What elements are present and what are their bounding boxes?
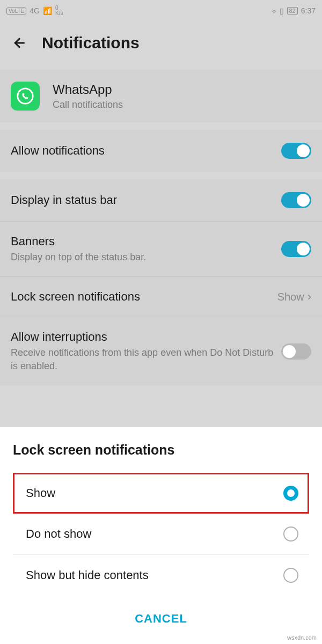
radio-icon[interactable] — [283, 568, 298, 583]
toggle-interruptions[interactable] — [281, 343, 311, 360]
clock: 6:37 — [301, 6, 316, 15]
watermark: wsxdn.com — [287, 634, 317, 641]
app-header-row: WhatsApp Call notifications — [0, 70, 322, 122]
setting-sublabel: Receive notifications from this app even… — [11, 346, 281, 372]
setting-interruptions[interactable]: Allow interruptions Receive notification… — [0, 317, 322, 385]
page-title: Notifications — [42, 34, 140, 52]
phone-icon — [16, 87, 34, 105]
setting-display-statusbar[interactable]: Display in status bar — [0, 179, 322, 222]
network-indicator: 4G — [30, 6, 40, 15]
setting-value: Show — [277, 291, 304, 303]
option-do-not-show[interactable]: Do not show — [13, 514, 309, 555]
signal-icon: 📶 — [43, 6, 52, 15]
status-right: ⟡ ▯ 82 6:37 — [272, 6, 316, 16]
chevron-right-icon: › — [308, 290, 311, 304]
cancel-button[interactable]: CANCEL — [0, 596, 322, 644]
setting-label: Display in status bar — [11, 193, 281, 207]
app-subtitle: Call notifications — [53, 99, 123, 111]
back-arrow-icon — [12, 35, 28, 51]
lockscreen-dialog: Lock screen notifications Show Do not sh… — [0, 427, 322, 644]
bluetooth-icon: ⟡ — [272, 6, 276, 16]
header: Notifications — [0, 21, 322, 64]
vibrate-icon: ▯ — [280, 6, 284, 15]
whatsapp-icon — [11, 82, 40, 111]
option-label: Do not show — [26, 527, 91, 541]
setting-label: Allow interruptions — [11, 330, 281, 344]
svg-point-0 — [18, 89, 33, 104]
setting-lockscreen[interactable]: Lock screen notifications Show › — [0, 277, 322, 317]
back-button[interactable] — [11, 34, 29, 52]
status-left: VoLTE 4G 📶 0 K/s — [6, 5, 63, 16]
option-label: Show — [26, 486, 55, 500]
toggle-allow-notifications[interactable] — [281, 143, 311, 159]
setting-sublabel: Display on top of the status bar. — [11, 251, 281, 264]
option-show[interactable]: Show — [13, 473, 309, 514]
setting-label: Allow notifications — [11, 144, 281, 158]
net-speed-unit: K/s — [55, 11, 63, 16]
setting-label: Banners — [11, 235, 281, 248]
option-label: Show but hide contents — [26, 568, 149, 582]
toggle-display-statusbar[interactable] — [281, 192, 311, 208]
toggle-banners[interactable] — [281, 241, 311, 257]
app-name: WhatsApp — [53, 82, 123, 97]
status-bar: VoLTE 4G 📶 0 K/s ⟡ ▯ 82 6:37 — [0, 0, 322, 21]
radio-selected-icon[interactable] — [283, 486, 298, 501]
radio-icon[interactable] — [283, 526, 298, 541]
volte-indicator: VoLTE — [6, 8, 26, 14]
setting-label: Lock screen notifications — [11, 290, 277, 304]
option-hide-contents[interactable]: Show but hide contents — [13, 555, 309, 596]
battery-icon: 82 — [287, 7, 298, 14]
setting-allow-notifications[interactable]: Allow notifications — [0, 130, 322, 172]
setting-banners[interactable]: Banners Display on top of the status bar… — [0, 222, 322, 277]
dialog-title: Lock screen notifications — [0, 442, 322, 473]
